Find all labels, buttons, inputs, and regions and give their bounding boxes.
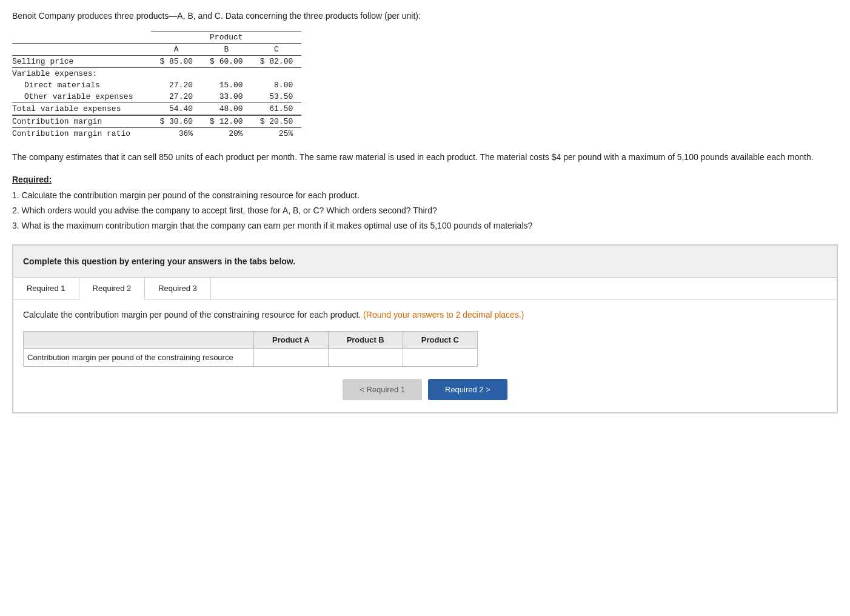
tab-required-1[interactable]: Required 1 bbox=[13, 278, 79, 300]
table-cell-b-1 bbox=[201, 68, 252, 80]
table-cell-c-4: 61.50 bbox=[252, 103, 302, 116]
col-a-header: A bbox=[151, 44, 201, 56]
table-cell-a-6: 36% bbox=[151, 128, 201, 140]
table-cell-a-5: $ 30.60 bbox=[151, 115, 201, 128]
table-cell-c-5: $ 20.50 bbox=[252, 115, 302, 128]
table-cell-c-3: 53.50 bbox=[252, 91, 302, 103]
tabs-row: Required 1 Required 2 Required 3 bbox=[13, 278, 837, 300]
tab-content: Calculate the contribution margin per po… bbox=[13, 300, 837, 412]
col-c-header: C bbox=[252, 44, 302, 56]
data-table: Product A B C Selling price$ 85.00$ 60.0… bbox=[12, 31, 301, 139]
table-cell-a-4: 54.40 bbox=[151, 103, 201, 116]
table-cell-b-5: $ 12.00 bbox=[201, 115, 252, 128]
answer-input-b[interactable] bbox=[328, 349, 403, 367]
table-cell-b-2: 15.00 bbox=[201, 79, 252, 91]
product-header: Product bbox=[151, 32, 301, 44]
prev-button[interactable]: < Required 1 bbox=[343, 379, 422, 400]
table-row-label-2: Direct materials bbox=[12, 79, 151, 91]
nav-buttons: < Required 1 Required 2 > bbox=[23, 379, 827, 400]
tab-required-3[interactable]: Required 3 bbox=[145, 278, 211, 300]
answer-header-product-a: Product A bbox=[254, 332, 329, 349]
table-cell-a-2: 27.20 bbox=[151, 79, 201, 91]
answer-row-label: Contribution margin per pound of the con… bbox=[24, 349, 254, 367]
answer-input-a[interactable] bbox=[254, 349, 329, 367]
table-cell-b-6: 20% bbox=[201, 128, 252, 140]
answer-table: Product A Product B Product C Contributi… bbox=[23, 331, 478, 367]
answer-input-c[interactable] bbox=[403, 349, 477, 367]
table-row-label-6: Contribution margin ratio bbox=[12, 128, 151, 140]
tab-required-2[interactable]: Required 2 bbox=[79, 278, 146, 300]
table-cell-c-0: $ 82.00 bbox=[252, 56, 302, 68]
table-cell-a-1 bbox=[151, 68, 201, 80]
table-cell-a-0: $ 85.00 bbox=[151, 56, 201, 68]
required-section: Required: 1. Calculate the contribution … bbox=[12, 172, 838, 233]
input-product-a[interactable] bbox=[264, 352, 318, 363]
table-row-label-0: Selling price bbox=[12, 56, 151, 68]
required-title: Required: bbox=[12, 175, 52, 184]
tab-description: Calculate the contribution margin per po… bbox=[23, 309, 827, 321]
table-row-label-4: Total variable expenses bbox=[12, 103, 151, 116]
required-item-2: 2. Which orders would you advise the com… bbox=[12, 203, 838, 218]
input-product-b[interactable] bbox=[338, 352, 393, 363]
intro-text: Benoit Company produces three products—A… bbox=[12, 10, 838, 22]
outer-box: Complete this question by entering your … bbox=[12, 244, 838, 413]
table-cell-a-3: 27.20 bbox=[151, 91, 201, 103]
next-button[interactable]: Required 2 > bbox=[428, 379, 507, 400]
answer-header-product-c: Product C bbox=[403, 332, 477, 349]
tab-description-normal: Calculate the contribution margin per po… bbox=[23, 310, 361, 320]
table-cell-c-6: 25% bbox=[252, 128, 302, 140]
table-cell-b-3: 33.00 bbox=[201, 91, 252, 103]
required-item-1: 1. Calculate the contribution margin per… bbox=[12, 188, 838, 203]
table-cell-c-2: 8.00 bbox=[252, 79, 302, 91]
table-row-label-1: Variable expenses: bbox=[12, 68, 151, 80]
answer-header-label bbox=[24, 332, 254, 349]
tab-description-orange: (Round your answers to 2 decimal places.… bbox=[363, 310, 524, 320]
complete-text: Complete this question by entering your … bbox=[23, 256, 295, 266]
answer-row: Contribution margin per pound of the con… bbox=[24, 349, 478, 367]
table-cell-c-1 bbox=[252, 68, 302, 80]
tabs-container: Required 1 Required 2 Required 3 Calcula… bbox=[13, 278, 837, 413]
input-product-c[interactable] bbox=[413, 352, 467, 363]
paragraph: The company estimates that it can sell 8… bbox=[12, 150, 838, 164]
table-cell-b-4: 48.00 bbox=[201, 103, 252, 116]
answer-header-product-b: Product B bbox=[328, 332, 403, 349]
required-item-3: 3. What is the maximum contribution marg… bbox=[12, 218, 838, 233]
table-row-label-5: Contribution margin bbox=[12, 115, 151, 128]
complete-box: Complete this question by entering your … bbox=[13, 245, 837, 278]
table-row-label-3: Other variable expenses bbox=[12, 91, 151, 103]
col-b-header: B bbox=[201, 44, 252, 56]
table-cell-b-0: $ 60.00 bbox=[201, 56, 252, 68]
